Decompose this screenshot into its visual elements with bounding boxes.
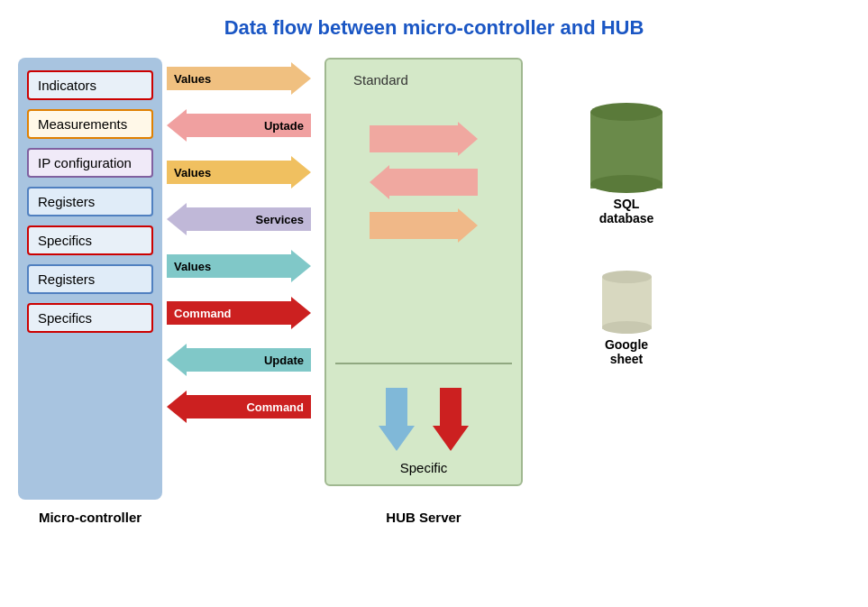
arrow-values-body-2: Values	[167, 161, 291, 184]
hub-db-arr-head-1	[458, 122, 478, 156]
hub-down-arrow-red	[433, 388, 469, 451]
hub-db-arrows	[370, 122, 478, 243]
arrow-values-head-3	[291, 250, 311, 282]
hub-down-arrow-blue	[379, 388, 415, 451]
hub-standard-section: Standard	[335, 69, 512, 355]
hub-db-arr-body-3	[370, 212, 458, 239]
hub-db-arr-headl	[370, 165, 389, 199]
hub-label: HUB Server	[324, 510, 523, 525]
hub-outer: Standard	[324, 58, 541, 500]
hub-db-arrow-right-1	[370, 122, 478, 156]
hub-standard-label: Standard	[353, 72, 408, 87]
db-area: SQLdatabase Googlesheet	[550, 58, 703, 366]
mc-registers2-label: Registers	[38, 271, 95, 287]
mc-item-specifics1: Specifics	[27, 225, 153, 255]
sql-cylinder	[590, 103, 662, 193]
hub-down-body-blue	[386, 388, 407, 426]
page-title: Data flow between micro-controller and H…	[0, 0, 868, 49]
hub-specific-label: Specific	[400, 460, 448, 475]
hub-down-body-red	[440, 388, 461, 426]
arrow-update-body: Update	[187, 348, 311, 372]
mc-item-registers1: Registers	[27, 187, 153, 216]
mc-item-registers2: Registers	[27, 264, 153, 294]
mc-item-specifics2: Specifics	[27, 303, 153, 333]
cyl-top	[590, 103, 662, 121]
arrow-update-head	[167, 344, 187, 376]
mc-item-indicators: Indicators	[27, 70, 153, 100]
microcontroller-label: Micro-controller	[18, 510, 162, 525]
hub-down-head-red	[433, 426, 469, 451]
cyl-bottom	[590, 175, 662, 193]
arrow-values-body-1: Values	[167, 67, 291, 90]
mc-specifics2-label: Specifics	[38, 310, 92, 326]
mc-specifics1-label: Specifics	[38, 233, 92, 248]
arrow-command-left: Command	[167, 390, 320, 424]
arrow-command-head-right	[291, 297, 311, 329]
small-cyl-bottom	[602, 321, 652, 334]
diagram-area: Indicators Measurements IP configuration…	[0, 49, 868, 581]
hub-box: Standard	[324, 58, 523, 486]
sql-db-col: SQLdatabase	[590, 103, 662, 225]
arrow-uptade-body: Uptade	[187, 114, 311, 137]
google-sheet-col: Googlesheet	[602, 271, 652, 366]
hub-db-arrow-left	[370, 165, 478, 199]
arrow-update-left: Update	[167, 343, 320, 377]
small-cyl-top	[602, 271, 652, 283]
arrow-command-body-left: Command	[187, 395, 311, 418]
google-cylinder	[602, 271, 652, 334]
hub-divider	[335, 363, 512, 364]
hub-db-arr-body-1	[370, 125, 458, 152]
mc-measurements-label: Measurements	[38, 116, 127, 132]
arrow-uptade-head	[167, 109, 187, 142]
arrow-values-head-2	[291, 156, 311, 189]
mc-registers1-label: Registers	[38, 194, 95, 209]
mc-item-measurements: Measurements	[27, 109, 153, 139]
arrow-values-right-2: Values	[167, 155, 320, 189]
arrow-services-body: Services	[187, 207, 311, 231]
arrow-command-body-right: Command	[167, 301, 291, 325]
microcontroller-box: Indicators Measurements IP configuration…	[18, 58, 162, 500]
hub-db-arr-body-2	[389, 169, 478, 196]
arrow-services-left: Services	[167, 202, 320, 236]
hub-down-arrows	[379, 388, 469, 451]
arrow-services-head	[167, 203, 187, 235]
mc-indicators-label: Indicators	[38, 78, 96, 93]
mc-ipconfig-label: IP configuration	[38, 155, 132, 170]
arrow-values-right-3: Values	[167, 249, 320, 283]
arrow-values-body-3: Values	[167, 254, 291, 278]
arrow-command-right: Command	[167, 296, 320, 330]
hub-db-arrow-right-2	[370, 208, 478, 243]
arrow-command-head-left	[167, 391, 187, 423]
hub-specific-section: Specific	[335, 372, 512, 475]
arrow-uptade-left: Uptade	[167, 108, 320, 143]
mc-item-ipconfig: IP configuration	[27, 148, 153, 178]
hub-down-head-blue	[379, 426, 415, 451]
hub-db-arr-head-3	[458, 208, 478, 243]
google-label: Googlesheet	[605, 337, 648, 366]
arrow-values-head-1	[291, 62, 311, 95]
arrows-area: Values Uptade Values Services	[162, 58, 324, 424]
sql-label: SQLdatabase	[599, 197, 654, 225]
arrow-values-right-1: Values	[167, 61, 320, 96]
